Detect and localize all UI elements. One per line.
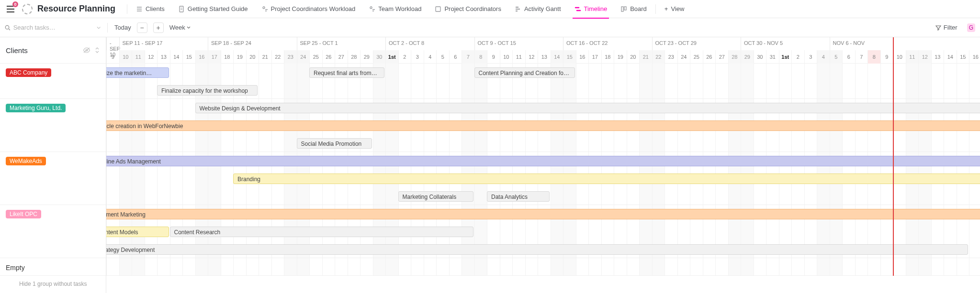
filter-icon [935, 25, 941, 31]
timeline-row: Online Ads ManagementBrandingMarketing C… [106, 152, 980, 205]
task-bar[interactable]: Marketing Collaterals [398, 191, 473, 202]
task-bar[interactable]: Finalize capacity for the workshop [157, 85, 258, 96]
tab-getting-started-guide[interactable]: Getting Started Guide [172, 0, 254, 18]
hide-groups-link[interactable]: Hide 1 group without tasks [0, 276, 106, 292]
group-tag[interactable]: LikeIt OPC [6, 210, 41, 218]
day-header: 16 [195, 50, 208, 64]
menu-button[interactable]: 0 [4, 2, 17, 16]
tab-board[interactable]: Board [615, 0, 653, 18]
plus-icon: + [665, 5, 668, 12]
day-header: 25 [309, 50, 322, 64]
zoom-in-button[interactable]: + [153, 22, 164, 33]
main: Clients ABC CompanyMarketing Guru, Ltd.W… [0, 37, 980, 293]
day-header: 26 [322, 50, 335, 64]
zoom-out-button[interactable]: − [137, 22, 147, 33]
day-header: 17 [588, 50, 601, 64]
today-button[interactable]: Today [114, 24, 131, 31]
timeline-row: Website Design & DevelopmentArticle crea… [106, 99, 980, 152]
day-header: 16 [969, 50, 980, 64]
day-header: 13 [538, 50, 551, 64]
task-bar[interactable]: Website Design & Development [195, 103, 980, 113]
tab-activity-gantt[interactable]: Activity Gantt [509, 0, 567, 18]
day-header: 29 [741, 50, 754, 64]
day-header: 12 [918, 50, 931, 64]
day-header: 23 [665, 50, 677, 64]
day-header: 1st [385, 50, 398, 64]
day-header: 8 [867, 50, 880, 64]
day-header: 14 [944, 50, 957, 64]
group-badge[interactable]: G [967, 23, 975, 32]
day-header: 17 [208, 50, 221, 64]
day-header: 11 [512, 50, 525, 64]
day-header: 26 [703, 50, 716, 64]
eye-icon[interactable] [83, 47, 90, 53]
week-header: SEP 18 - SEP 24 [208, 37, 297, 50]
group-tag[interactable]: ABC Company [6, 68, 51, 77]
group-row: WeMakeAds [0, 152, 106, 205]
sidebar: Clients ABC CompanyMarketing Guru, Ltd.W… [0, 37, 106, 293]
day-header: 29 [360, 50, 373, 64]
task-bar[interactable]: Social Media Promotion [297, 138, 372, 149]
day-header: 13 [931, 50, 944, 64]
task-bar[interactable]: Moment Marketing [106, 209, 980, 219]
tab-team-workload[interactable]: Team Workload [363, 0, 427, 18]
chevron-down-icon[interactable] [97, 25, 101, 30]
week-header: OCT 23 - OCT 29 [652, 37, 741, 50]
task-bar[interactable]: Request final arts from… [309, 67, 384, 78]
svg-point-6 [5, 25, 9, 29]
task-bar[interactable]: Strategy Development [106, 244, 968, 255]
day-header: 21 [639, 50, 652, 64]
filter-button[interactable]: Filter [935, 24, 957, 31]
week-header: OCT 30 - NOV 5 [741, 37, 830, 50]
day-header: 9 [106, 50, 119, 64]
timeline[interactable]: - SEP 10SEP 11 - SEP 17SEP 18 - SEP 24SE… [106, 37, 980, 293]
group-tag[interactable]: Empty [6, 263, 25, 272]
day-header: 5 [436, 50, 449, 64]
week-header: OCT 16 - OCT 22 [563, 37, 652, 50]
svg-rect-5 [624, 7, 626, 10]
day-header: 16 [576, 50, 589, 64]
week-header: SEP 25 - OCT 1 [297, 37, 386, 50]
tab-clients[interactable]: Clients [130, 0, 170, 18]
week-header: SEP 11 - SEP 17 [119, 37, 208, 50]
task-bar[interactable]: Content Models [106, 227, 169, 237]
task-bar[interactable]: Content Research [170, 227, 473, 237]
collapse-icon[interactable] [94, 47, 100, 53]
task-bar[interactable]: Branding [233, 174, 980, 184]
tab-project-coordinators[interactable]: Project Coordinators [429, 0, 507, 18]
timeline-header: - SEP 10SEP 11 - SEP 17SEP 18 - SEP 24SE… [106, 37, 980, 64]
day-header: 10 [500, 50, 513, 64]
task-bar[interactable]: Content Planning and Creation fo… [474, 67, 575, 78]
search-wrapper [5, 24, 101, 31]
search-input[interactable] [13, 24, 94, 31]
task-bar[interactable]: Data Analytics [487, 191, 550, 202]
day-header: 9 [880, 50, 893, 64]
group-tag[interactable]: WeMakeAds [6, 157, 46, 165]
app-icon [22, 4, 33, 14]
tab-timeline[interactable]: Timeline [569, 0, 613, 18]
day-header: 1st [779, 50, 792, 64]
day-header: 27 [715, 50, 728, 64]
group-row: ABC Company [0, 64, 106, 99]
day-header: 14 [170, 50, 183, 64]
zoom-level[interactable]: Week [169, 24, 191, 31]
timeline-body[interactable]: nalize the marketin…Request final arts f… [106, 64, 980, 276]
day-header: 15 [957, 50, 969, 64]
add-view-button[interactable]: + View [659, 0, 690, 18]
week-header: OCT 2 - OCT 8 [385, 37, 474, 50]
day-header: 20 [246, 50, 259, 64]
timeline-row [106, 258, 980, 276]
svg-point-2 [370, 7, 372, 9]
svg-rect-0 [180, 6, 183, 12]
task-bar[interactable]: Article creation in WebForNewbie [106, 120, 980, 131]
day-header: 23 [284, 50, 297, 64]
task-bar[interactable]: Online Ads Management [106, 156, 980, 166]
notification-badge[interactable]: 0 [12, 1, 18, 7]
task-bar[interactable]: nalize the marketin… [106, 67, 169, 78]
day-header: 11 [132, 50, 145, 64]
day-header: 15 [563, 50, 576, 64]
day-header: 2 [398, 50, 411, 64]
tab-project-coordinators-workload[interactable]: Project Coordinators Workload [256, 0, 361, 18]
group-tag[interactable]: Marketing Guru, Ltd. [6, 104, 66, 112]
day-header: 2 [791, 50, 804, 64]
